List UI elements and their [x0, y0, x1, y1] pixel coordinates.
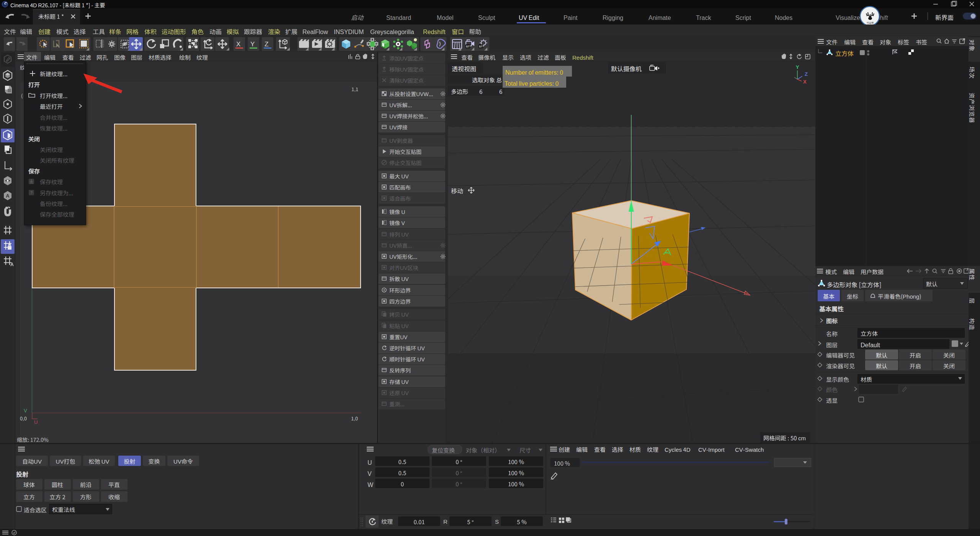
svg-text:X: X — [803, 78, 807, 85]
svg-text:A: A — [6, 192, 10, 199]
svg-text:ST: ST — [466, 44, 470, 48]
svg-text:Y: Y — [796, 63, 799, 70]
svg-text:Z: Z — [805, 70, 808, 77]
svg-text:ST: ST — [479, 44, 483, 48]
svg-text:A: A — [10, 261, 14, 267]
svg-text:?: ? — [30, 189, 33, 195]
svg-text:行走吧: 行走吧 — [867, 21, 874, 25]
